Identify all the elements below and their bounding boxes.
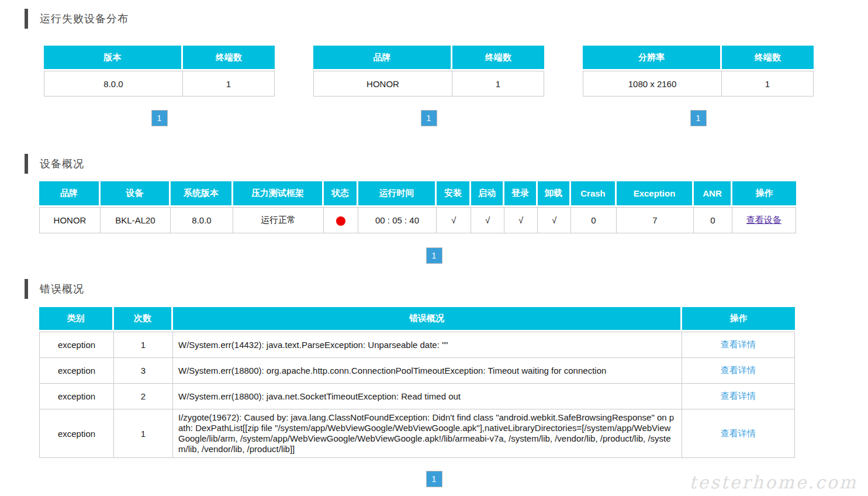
column-header-stress-framework: 压力测试框架 (233, 181, 324, 207)
terminal-count-cell: 1 (452, 71, 544, 97)
error-row: exception 1 W/System.err(14432): java.te… (39, 332, 795, 358)
os-version-cell: 8.0.0 (171, 207, 233, 233)
resolution-cell: 1080 x 2160 (583, 71, 722, 97)
error-count-cell: 2 (114, 384, 173, 409)
column-header-action: 操作 (732, 181, 796, 207)
error-category-cell: exception (39, 409, 114, 458)
pagination-page-1-button[interactable]: 1 (421, 110, 437, 126)
uninstall-check-icon: √ (538, 207, 571, 233)
error-overview-table: 类别 次数 错误概况 操作 exception 1 W/System.err(1… (39, 307, 795, 458)
brand-cell: HONOR (313, 71, 452, 97)
framework-status-cell: 运行正常 (233, 207, 324, 233)
device-table-pagination: 1 (0, 247, 868, 264)
resolution-distribution-table: 分辨率 终端数 1080 x 2160 1 (583, 46, 814, 97)
status-cell (324, 207, 358, 233)
column-header-brand: 品牌 (313, 46, 452, 71)
error-category-cell: exception (39, 332, 114, 358)
column-header-brand: 品牌 (39, 181, 101, 207)
brand-cell: HONOR (39, 207, 101, 233)
device-overview-section: 设备概况 品牌 设备 系统版本 压力测试框架 状态 运行时间 安装 启动 登录 … (0, 153, 868, 264)
column-header-terminal-count: 终端数 (452, 46, 544, 71)
action-cell: 查看详情 (682, 384, 795, 409)
column-header-login: 登录 (504, 181, 538, 207)
view-details-link[interactable]: 查看详情 (721, 391, 756, 401)
version-distribution-block: 版本 终端数 8.0.0 1 1 (44, 46, 275, 126)
section-title-device-overview: 设备概况 (25, 153, 868, 174)
section-title-text: 错误概况 (40, 282, 84, 296)
error-row: exception 3 W/System.err(18800): org.apa… (39, 358, 795, 384)
error-detail-cell: W/System.err(14432): java.text.ParseExce… (173, 332, 682, 358)
version-table-pagination: 1 (44, 110, 275, 126)
brand-distribution-block: 品牌 终端数 HONOR 1 1 (313, 46, 544, 126)
table-row: 8.0.0 1 (44, 71, 275, 97)
column-header-exception: Exception (617, 181, 694, 207)
action-cell: 查看详情 (682, 409, 795, 458)
table-row: 1080 x 2160 1 (583, 71, 814, 97)
column-header-category: 类别 (39, 307, 114, 332)
pagination-page-1-button[interactable]: 1 (151, 110, 168, 126)
action-cell: 查看设备 (732, 207, 796, 233)
error-category-cell: exception (39, 358, 114, 384)
section-title-error-overview: 错误概况 (25, 278, 868, 299)
device-model-cell: BKL-AL20 (101, 207, 171, 233)
failed-device-distribution-section: 运行失败设备分布 版本 终端数 8.0.0 1 1 (0, 8, 868, 126)
column-header-os-version: 系统版本 (171, 181, 233, 207)
error-detail-cell: W/System.err(18800): java.net.SocketTime… (173, 384, 682, 409)
terminal-count-cell: 1 (722, 71, 814, 97)
distribution-tables-row: 版本 终端数 8.0.0 1 1 品牌 终端数 H (44, 46, 868, 126)
launch-check-icon: √ (471, 207, 504, 233)
column-header-terminal-count: 终端数 (722, 46, 814, 71)
version-cell: 8.0.0 (44, 71, 183, 97)
status-dot-icon (336, 216, 345, 226)
resolution-distribution-block: 分辨率 终端数 1080 x 2160 1 1 (583, 46, 814, 126)
section-title-text: 设备概况 (40, 157, 84, 171)
error-count-cell: 3 (114, 358, 173, 384)
column-header-uninstall: 卸载 (538, 181, 571, 207)
title-accent-bar (25, 279, 28, 299)
view-details-link[interactable]: 查看详情 (721, 339, 756, 349)
version-distribution-table: 版本 终端数 8.0.0 1 (44, 46, 275, 97)
column-header-action: 操作 (682, 307, 795, 332)
terminal-count-cell: 1 (183, 71, 275, 97)
title-accent-bar (25, 154, 28, 174)
error-detail-cell: I/zygote(19672): Caused by: java.lang.Cl… (173, 409, 682, 458)
device-row: HONOR BKL-AL20 8.0.0 运行正常 00 : 05 : 40 √… (39, 207, 796, 233)
column-header-anr: ANR (694, 181, 732, 207)
error-category-cell: exception (39, 384, 114, 409)
pagination-page-1-button[interactable]: 1 (426, 247, 442, 264)
column-header-count: 次数 (114, 307, 173, 332)
action-cell: 查看详情 (682, 358, 795, 384)
crash-count-cell: 0 (571, 207, 617, 233)
resolution-table-pagination: 1 (583, 110, 814, 126)
page-title: 运行失败设备分布 (40, 12, 129, 26)
exception-count-cell: 7 (617, 207, 694, 233)
anr-count-cell: 0 (694, 207, 732, 233)
column-header-install: 安装 (437, 181, 471, 207)
table-row: HONOR 1 (313, 71, 544, 97)
section-title-failed-devices: 运行失败设备分布 (25, 8, 868, 29)
error-row: exception 1 I/zygote(19672): Caused by: … (39, 409, 795, 458)
error-overview-section: 错误概况 类别 次数 错误概况 操作 exception 1 W/System.… (0, 278, 868, 487)
column-header-runtime: 运行时间 (358, 181, 437, 207)
view-details-link[interactable]: 查看详情 (721, 428, 756, 438)
brand-distribution-table: 品牌 终端数 HONOR 1 (313, 46, 544, 97)
error-count-cell: 1 (114, 409, 173, 458)
brand-table-pagination: 1 (313, 110, 544, 126)
column-header-error-detail: 错误概况 (173, 307, 682, 332)
pagination-page-1-button[interactable]: 1 (690, 110, 707, 126)
column-header-status: 状态 (324, 181, 358, 207)
runtime-cell: 00 : 05 : 40 (358, 207, 437, 233)
column-header-device: 设备 (101, 181, 171, 207)
column-header-resolution: 分辨率 (583, 46, 722, 71)
column-header-launch: 启动 (471, 181, 504, 207)
testerhome-watermark: testerhome.com (689, 472, 857, 492)
title-accent-bar (25, 9, 28, 29)
view-details-link[interactable]: 查看详情 (721, 365, 756, 375)
install-check-icon: √ (437, 207, 471, 233)
column-header-terminal-count: 终端数 (183, 46, 275, 71)
login-check-icon: √ (504, 207, 538, 233)
view-device-link[interactable]: 查看设备 (746, 215, 781, 225)
pagination-page-1-button[interactable]: 1 (426, 471, 442, 487)
column-header-version: 版本 (44, 46, 183, 71)
error-row: exception 2 W/System.err(18800): java.ne… (39, 384, 795, 409)
